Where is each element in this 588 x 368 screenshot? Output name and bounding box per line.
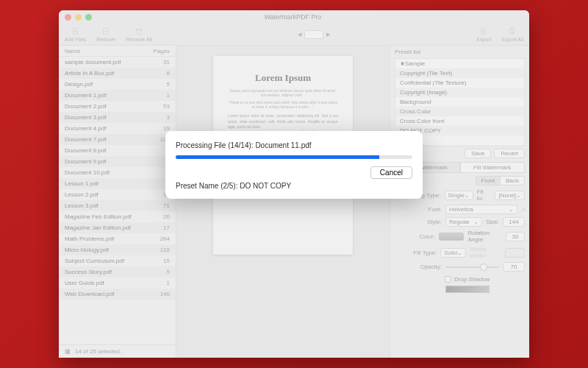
file-row[interactable]: Web Download.pdf140 (59, 289, 176, 300)
preset-item[interactable]: Confidential (Tile Texture) (395, 78, 524, 88)
preset-item[interactable]: Copyright (Image) (395, 88, 524, 97)
progress-bar (176, 155, 412, 159)
grid-icon: ▦ (65, 348, 71, 355)
rotation-input[interactable]: 30 (506, 232, 525, 241)
progress-dialog: Processing File (14/14): Document 11.pdf… (165, 131, 423, 199)
file-row[interactable]: Micro biology.pdf118 (59, 244, 176, 255)
window-close-icon[interactable] (65, 14, 71, 21)
chevron-right-icon[interactable]: ▶ (326, 32, 330, 38)
export-all-button[interactable]: Export All (501, 27, 523, 42)
file-row[interactable]: User Guide.pdf1 (59, 277, 176, 289)
remove-all-button[interactable]: Remove All (126, 27, 151, 42)
file-row[interactable]: sample document.pdf31 (59, 57, 176, 68)
drop-shadow-label: Drop Shadow (454, 276, 490, 283)
color-swatch[interactable] (439, 233, 465, 241)
drop-shadow-checkbox[interactable] (445, 276, 451, 283)
file-row[interactable]: Document 1.pdf1 (59, 90, 176, 101)
export-all-icon (507, 27, 517, 36)
add-files-button[interactable]: Add Files (65, 27, 86, 42)
status-bar: ▦ 14 of 25 selected. (59, 344, 176, 358)
toolbar: Add Files Remove Remove All ◀ ▶ Export E… (59, 24, 529, 46)
file-row[interactable]: Lesson 3.pdf71 (59, 200, 176, 211)
preset-item[interactable]: ★Sample (395, 59, 524, 68)
revert-button[interactable]: Revert (494, 149, 525, 158)
style-select[interactable]: Regular⌄ (445, 217, 482, 227)
file-row[interactable]: Document 9.pdf (59, 156, 176, 167)
file-sidebar: Name Pages sample document.pdf31Article … (59, 46, 176, 358)
export-button[interactable]: Export (476, 27, 491, 42)
window-title: WatermarkPDF Pro (92, 13, 494, 21)
file-row[interactable]: Subject Curriculum.pdf15 (59, 255, 176, 266)
file-row[interactable]: Lesson 2.pdf32 (59, 189, 176, 200)
remove-button[interactable]: Remove (96, 27, 115, 42)
drawing-type-select[interactable]: Single⌄ (445, 191, 473, 200)
preset-name-label: Preset Name (2/5): DO NOT COPY (176, 182, 412, 190)
fill-type-select[interactable]: Solid⌄ (440, 248, 466, 258)
fit-to-select[interactable]: [None]⌄ (495, 191, 525, 200)
processing-file-label: Processing File (14/14): Document 11.pdf (176, 141, 412, 149)
file-row[interactable]: Document 10.pdf (59, 167, 176, 178)
file-row[interactable]: Design.pdf5 (59, 79, 176, 90)
preview-subheading: Neque porro quisquam est qui dolorem ips… (228, 88, 338, 97)
save-button[interactable]: Save (465, 149, 491, 158)
stroke-width-input (505, 248, 525, 258)
file-list[interactable]: sample document.pdf31Article In A Box.pd… (59, 57, 176, 344)
chevron-left-icon[interactable]: ◀ (298, 32, 301, 38)
preview-heading: Lorem Ipsum (228, 72, 338, 84)
preset-item[interactable]: Copyright (Tile Text) (395, 68, 524, 78)
export-icon (478, 27, 489, 36)
minus-doc-icon (101, 27, 111, 36)
titlebar: WatermarkPDF Pro (59, 10, 529, 24)
shadow-preview (445, 286, 490, 293)
size-input[interactable]: 144 (503, 217, 525, 227)
font-select[interactable]: Helvetica⌄ (445, 205, 517, 214)
settings-panel: Preset list ★SampleCopyright (Tile Text)… (390, 46, 529, 358)
tab-fill-watermark[interactable]: Fill Watermark (460, 162, 526, 173)
file-row[interactable]: Document 2.pdf53 (59, 101, 176, 112)
preview-canvas: Lorem Ipsum Neque porro quisquam est qui… (176, 46, 390, 358)
file-row[interactable]: Document 7.pdf129 (59, 134, 176, 145)
selection-count: 14 of 25 selected. (75, 348, 121, 355)
file-row[interactable]: Math Problems.pdf264 (59, 233, 176, 244)
cancel-button[interactable]: Cancel (370, 166, 412, 179)
file-row[interactable]: Article In A Box.pdf8 (59, 68, 176, 79)
window-minimize-icon[interactable] (75, 14, 82, 21)
plus-doc-icon (71, 27, 81, 36)
sidebar-header: Name Pages (59, 46, 176, 57)
file-row[interactable]: Lesson 1.pdf (59, 178, 176, 189)
preset-list-label: Preset list (395, 49, 525, 55)
preset-item[interactable]: Cross Color front (395, 116, 524, 126)
file-row[interactable]: Magazine Jan Edition.pdf17 (59, 222, 176, 233)
file-row[interactable]: Magazine Feb Edition.pdf20 (59, 211, 176, 222)
svg-rect-2 (137, 29, 141, 35)
goto-page[interactable]: ◀ ▶ (298, 30, 330, 39)
file-row[interactable]: Document 3.pdf3 (59, 112, 176, 123)
trash-icon (134, 27, 144, 36)
window-maximize-icon[interactable] (85, 14, 92, 21)
file-row[interactable]: Document 8.pdf8 (59, 145, 176, 156)
opacity-value[interactable]: 70 (503, 262, 525, 272)
preset-item[interactable]: Cross Color (395, 107, 524, 116)
page-input[interactable] (304, 30, 323, 39)
italic-icon[interactable]: 𝐴 (521, 206, 525, 213)
front-back-segment[interactable]: FrontBack (476, 176, 525, 185)
preset-item[interactable]: Background (395, 97, 524, 107)
file-row[interactable]: Document 4.pdf19 (59, 123, 176, 134)
opacity-slider[interactable] (445, 266, 499, 268)
file-row[interactable]: Success Story.pdf5 (59, 266, 176, 277)
